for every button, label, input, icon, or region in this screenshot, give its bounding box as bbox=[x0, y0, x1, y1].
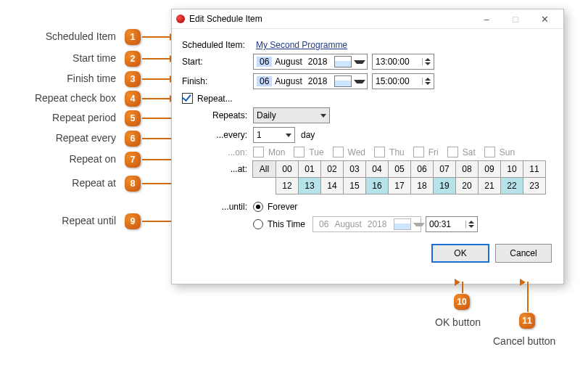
finish-month[interactable]: August bbox=[272, 76, 305, 86]
callout-cancel-button: Cancel button bbox=[493, 335, 555, 347]
callout-repeat-on: Repeat on bbox=[0, 153, 116, 165]
start-month[interactable]: August bbox=[272, 57, 305, 67]
calendar-icon bbox=[394, 218, 411, 230]
mon-label: Mon bbox=[268, 147, 285, 157]
callout-repeat-every: Repeat every bbox=[0, 132, 116, 144]
until-date-picker[interactable]: 06 August 2018 bbox=[312, 216, 421, 232]
thu-checkbox bbox=[374, 147, 385, 157]
finish-day[interactable]: 06 bbox=[257, 76, 272, 86]
hour-01[interactable]: 01 bbox=[298, 160, 321, 178]
until-thistime-radio[interactable] bbox=[253, 219, 263, 229]
arrow-10 bbox=[462, 282, 463, 293]
sat-checkbox bbox=[447, 147, 458, 157]
close-button[interactable]: ✕ bbox=[530, 10, 559, 28]
calendar-icon[interactable] bbox=[334, 75, 352, 87]
hour-07[interactable]: 07 bbox=[433, 160, 456, 178]
titlebar: Edit Schedule Item – □ ✕ bbox=[172, 9, 563, 29]
until-label: ...until: bbox=[201, 202, 253, 212]
start-time-value[interactable]: 13:00:00 bbox=[376, 57, 410, 67]
hour-20[interactable]: 20 bbox=[455, 177, 479, 194]
chevron-down-icon[interactable] bbox=[354, 60, 365, 64]
hour-23[interactable]: 23 bbox=[523, 177, 546, 194]
badge-8: 8 bbox=[125, 176, 141, 192]
finish-year[interactable]: 2018 bbox=[305, 76, 331, 86]
hour-12[interactable]: 12 bbox=[276, 177, 299, 194]
hour-04[interactable]: 04 bbox=[365, 160, 389, 178]
tue-label: Tue bbox=[309, 147, 323, 157]
start-date-picker[interactable]: 06 August 2018 bbox=[253, 54, 368, 70]
wed-checkbox bbox=[333, 147, 344, 157]
hour-17[interactable]: 17 bbox=[388, 177, 411, 194]
hour-15[interactable]: 15 bbox=[343, 177, 366, 194]
hour-09[interactable]: 09 bbox=[478, 160, 501, 178]
hour-16[interactable]: 16 bbox=[365, 177, 389, 194]
chevron-down-icon[interactable] bbox=[320, 114, 326, 118]
badge-10: 10 bbox=[454, 294, 470, 310]
badge-5: 5 bbox=[125, 110, 141, 126]
start-time-field[interactable]: 13:00:00 bbox=[372, 54, 434, 70]
chevron-down-icon bbox=[413, 223, 425, 226]
until-time-value: 00:31 bbox=[429, 219, 451, 229]
start-day[interactable]: 06 bbox=[257, 57, 272, 67]
until-thistime-label: This Time bbox=[268, 219, 305, 229]
until-forever-radio[interactable] bbox=[253, 202, 263, 212]
hour-03[interactable]: 03 bbox=[343, 160, 366, 178]
scheduled-item-link[interactable]: My Second Programme bbox=[256, 40, 347, 50]
scheduled-item-label: Scheduled Item: bbox=[182, 40, 253, 50]
badge-7: 7 bbox=[125, 152, 141, 168]
hour-02[interactable]: 02 bbox=[320, 160, 344, 178]
days-of-week: Mon Tue Wed Thu Fri Sat Sun bbox=[253, 147, 515, 157]
every-unit: day bbox=[301, 130, 315, 140]
finish-time-value[interactable]: 15:00:00 bbox=[376, 76, 410, 86]
hour-00[interactable]: 00 bbox=[276, 160, 299, 178]
until-time-field[interactable]: 00:31 bbox=[426, 216, 478, 232]
ok-button[interactable]: OK bbox=[431, 244, 489, 263]
badge-11: 11 bbox=[519, 313, 535, 329]
callout-repeat-checkbox: Repeat check box bbox=[0, 92, 116, 104]
hour-21[interactable]: 21 bbox=[478, 177, 501, 194]
hour-08[interactable]: 08 bbox=[455, 160, 479, 178]
hour-13[interactable]: 13 bbox=[298, 177, 321, 194]
sat-label: Sat bbox=[463, 147, 476, 157]
repeats-select[interactable]: Daily bbox=[253, 107, 330, 123]
hour-22[interactable]: 22 bbox=[500, 177, 523, 194]
calendar-icon[interactable] bbox=[334, 56, 352, 67]
app-icon bbox=[176, 15, 185, 23]
finish-time-field[interactable]: 15:00:00 bbox=[372, 73, 434, 89]
hour-10[interactable]: 10 bbox=[500, 160, 523, 178]
start-year[interactable]: 2018 bbox=[305, 57, 331, 67]
every-label: ...every: bbox=[201, 130, 253, 140]
badge-3: 3 bbox=[125, 71, 141, 87]
sun-checkbox bbox=[484, 147, 495, 157]
tue-checkbox bbox=[294, 147, 305, 157]
start-time-spinner[interactable] bbox=[422, 58, 431, 65]
until-time-spinner[interactable] bbox=[465, 221, 474, 228]
repeat-checkbox[interactable] bbox=[182, 93, 193, 104]
sun-label: Sun bbox=[500, 147, 515, 157]
hour-06[interactable]: 06 bbox=[410, 160, 434, 178]
finish-label: Finish: bbox=[182, 76, 253, 86]
finish-time-spinner[interactable] bbox=[422, 78, 431, 85]
until-month: August bbox=[331, 219, 364, 229]
badge-9: 9 bbox=[125, 213, 141, 229]
hours-all-button[interactable]: All bbox=[252, 160, 276, 178]
cancel-button[interactable]: Cancel bbox=[495, 244, 552, 263]
every-select[interactable]: 1 bbox=[253, 127, 295, 143]
maximize-button[interactable]: □ bbox=[501, 10, 530, 28]
fri-checkbox bbox=[413, 147, 424, 157]
chevron-down-icon[interactable] bbox=[354, 80, 365, 83]
until-forever-label: Forever bbox=[268, 202, 297, 212]
hour-11[interactable]: 11 bbox=[523, 160, 546, 178]
callout-finish-time: Finish time bbox=[0, 73, 116, 84]
at-label: ...at: bbox=[201, 161, 253, 174]
hour-14[interactable]: 14 bbox=[320, 177, 344, 194]
minimize-button[interactable]: – bbox=[472, 10, 501, 28]
hour-05[interactable]: 05 bbox=[388, 160, 411, 178]
hour-18[interactable]: 18 bbox=[410, 177, 434, 194]
thu-label: Thu bbox=[389, 147, 405, 157]
badge-1: 1 bbox=[125, 29, 141, 45]
fri-label: Fri bbox=[428, 147, 439, 157]
hour-19[interactable]: 19 bbox=[433, 177, 456, 194]
finish-date-picker[interactable]: 06 August 2018 bbox=[253, 73, 368, 89]
chevron-down-icon[interactable] bbox=[286, 134, 291, 137]
